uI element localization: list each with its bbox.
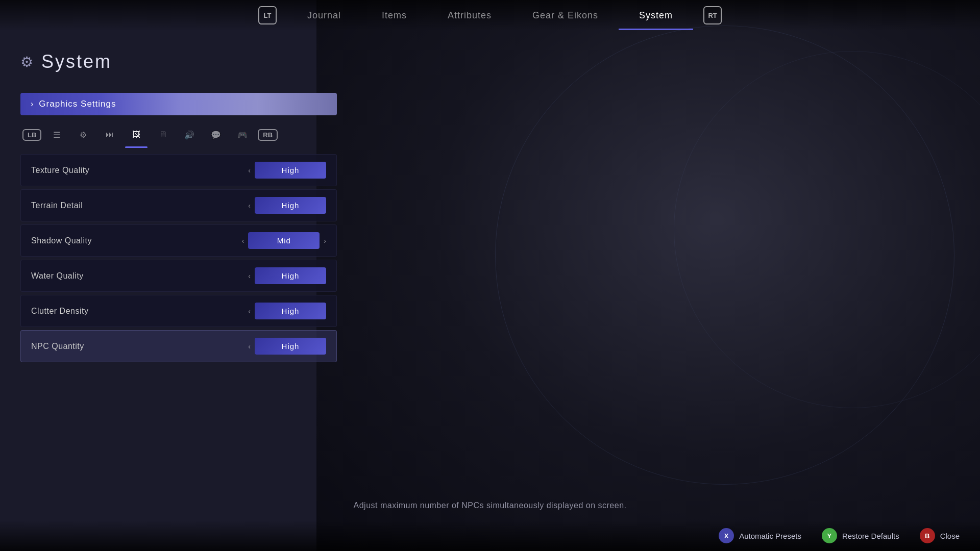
action-close[interactable]: B Close bbox=[920, 528, 960, 543]
close-label: Close bbox=[940, 532, 960, 540]
setting-value-texture[interactable]: High bbox=[255, 162, 326, 179]
setting-arrow-left-water[interactable]: ‹ bbox=[248, 272, 251, 280]
setting-arrow-left-clutter[interactable]: ‹ bbox=[248, 307, 251, 315]
setting-arrow-left-npc[interactable]: ‹ bbox=[248, 342, 251, 350]
restore-defaults-label: Restore Defaults bbox=[842, 532, 899, 540]
setting-label-texture: Texture Quality bbox=[31, 166, 89, 175]
action-automatic-presets[interactable]: X Automatic Presets bbox=[719, 528, 801, 543]
setting-arrow-right-shadow[interactable]: › bbox=[324, 237, 326, 245]
section-title: Graphics Settings bbox=[39, 99, 116, 109]
action-restore-defaults[interactable]: Y Restore Defaults bbox=[822, 528, 899, 543]
x-button-icon: X bbox=[719, 528, 734, 543]
setting-control-shadow: ‹ Mid › bbox=[242, 232, 326, 249]
main-content: ⚙ System › Graphics Settings LB ☰ ⚙ ⏭ 🖼 … bbox=[0, 31, 980, 551]
setting-row-texture-quality[interactable]: Texture Quality ‹ High bbox=[20, 154, 337, 186]
top-navigation: LT Journal Items Attributes Gear & Eikon… bbox=[0, 0, 980, 31]
setting-value-npc[interactable]: High bbox=[255, 338, 326, 355]
tab-journal[interactable]: Journal bbox=[287, 1, 361, 30]
setting-arrow-left-texture[interactable]: ‹ bbox=[248, 166, 251, 174]
b-button-icon: B bbox=[920, 528, 935, 543]
setting-control-texture: ‹ High bbox=[248, 162, 326, 179]
setting-control-water: ‹ High bbox=[248, 267, 326, 284]
setting-row-water-quality[interactable]: Water Quality ‹ High bbox=[20, 260, 337, 292]
setting-value-water[interactable]: High bbox=[255, 267, 326, 284]
tab-icon-display[interactable]: 🖥 bbox=[152, 123, 174, 146]
system-icon: ⚙ bbox=[20, 54, 33, 70]
setting-label-shadow: Shadow Quality bbox=[31, 236, 92, 245]
lb-icon[interactable]: LB bbox=[22, 129, 41, 141]
setting-row-terrain-detail[interactable]: Terrain Detail ‹ High bbox=[20, 189, 337, 221]
setting-value-clutter[interactable]: High bbox=[255, 303, 326, 319]
rb-icon[interactable]: RB bbox=[258, 129, 278, 141]
tab-icon-settings[interactable]: ⚙ bbox=[72, 123, 94, 146]
setting-control-terrain: ‹ High bbox=[248, 197, 326, 214]
tab-icons-row: LB ☰ ⚙ ⏭ 🖼 🖥 🔊 💬 🎮 RB bbox=[20, 123, 337, 146]
tab-items[interactable]: Items bbox=[361, 1, 427, 30]
settings-panel: › Graphics Settings LB ☰ ⚙ ⏭ 🖼 🖥 🔊 💬 🎮 R… bbox=[20, 93, 337, 362]
page-title-area: ⚙ System bbox=[20, 51, 980, 72]
tab-icon-audio[interactable]: 🔊 bbox=[178, 123, 201, 146]
setting-row-shadow-quality[interactable]: Shadow Quality ‹ Mid › bbox=[20, 224, 337, 257]
automatic-presets-label: Automatic Presets bbox=[739, 532, 801, 540]
tab-icon-graphics[interactable]: 🖼 bbox=[125, 123, 148, 146]
tab-icon-list[interactable]: ☰ bbox=[45, 123, 68, 146]
setting-row-npc-quantity[interactable]: ☞ NPC Quantity ‹ High bbox=[20, 330, 337, 362]
tab-attributes[interactable]: Attributes bbox=[427, 1, 512, 30]
bottom-bar: X Automatic Presets Y Restore Defaults B… bbox=[0, 520, 980, 551]
y-button-icon: Y bbox=[822, 528, 837, 543]
setting-control-clutter: ‹ High bbox=[248, 303, 326, 319]
setting-value-terrain[interactable]: High bbox=[255, 197, 326, 214]
tab-gear[interactable]: Gear & Eikons bbox=[512, 1, 619, 30]
setting-value-shadow[interactable]: Mid bbox=[248, 232, 320, 249]
tab-icon-chat[interactable]: 💬 bbox=[205, 123, 227, 146]
setting-arrow-left-terrain[interactable]: ‹ bbox=[248, 202, 251, 210]
setting-control-npc: ‹ High bbox=[248, 338, 326, 355]
setting-arrow-left-shadow[interactable]: ‹ bbox=[242, 237, 244, 245]
setting-row-clutter-density[interactable]: Clutter Density ‹ High bbox=[20, 295, 337, 327]
tab-icon-media[interactable]: ⏭ bbox=[99, 123, 121, 146]
setting-label-terrain: Terrain Detail bbox=[31, 201, 83, 210]
rt-button[interactable]: RT bbox=[703, 6, 722, 24]
lt-button[interactable]: LT bbox=[258, 6, 277, 24]
section-arrow-icon: › bbox=[31, 99, 34, 109]
settings-list: Texture Quality ‹ High Terrain Detail ‹ … bbox=[20, 154, 337, 362]
nav-tabs-container: LT Journal Items Attributes Gear & Eikon… bbox=[248, 1, 732, 30]
page-title: System bbox=[41, 51, 112, 72]
tab-icon-gamepad[interactable]: 🎮 bbox=[231, 123, 254, 146]
section-header[interactable]: › Graphics Settings bbox=[20, 93, 337, 115]
setting-label-water: Water Quality bbox=[31, 271, 84, 281]
setting-label-npc: NPC Quantity bbox=[31, 342, 84, 351]
tab-system[interactable]: System bbox=[619, 1, 693, 30]
setting-label-clutter: Clutter Density bbox=[31, 307, 88, 316]
